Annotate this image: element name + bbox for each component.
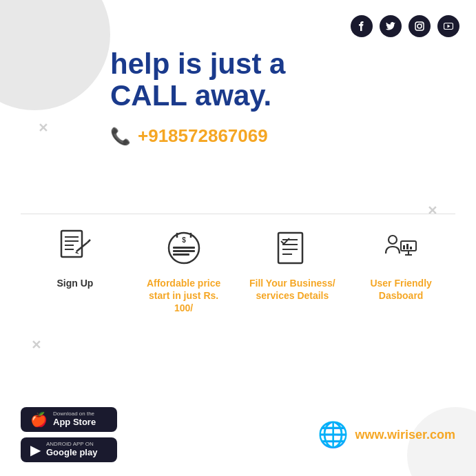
website-block: 🌐 www.wiriser.com: [318, 420, 455, 449]
app-store-small: Download on the: [53, 411, 96, 417]
play-icon: ▶: [30, 442, 41, 458]
app-store-badge[interactable]: 🍎 Download on the App Store: [21, 407, 117, 432]
google-play-text: ANDROID APP ON Google play: [46, 442, 97, 458]
instagram-icon[interactable]: [408, 15, 431, 37]
social-icons-bar: [351, 15, 459, 37]
sign-up-icon: [54, 227, 96, 269]
google-play-large: Google play: [46, 447, 97, 458]
steps-section: Sign Up $ Affordable price start in just…: [21, 227, 455, 315]
website-url: www.wiriser.com: [355, 428, 455, 442]
app-badges: 🍎 Download on the App Store ▶ ANDROID AP…: [21, 407, 117, 462]
google-play-small: ANDROID APP ON: [46, 442, 97, 447]
svg-text:$: $: [182, 236, 186, 244]
headline-line2: CALL away.: [110, 80, 455, 112]
bottom-section: 🍎 Download on the App Store ▶ ANDROID AP…: [21, 407, 455, 462]
app-store-text: Download on the App Store: [53, 411, 96, 428]
step-business-label: Fill Your Business/ services Details: [247, 277, 337, 302]
svg-point-22: [389, 236, 397, 244]
twitter-icon[interactable]: [380, 15, 402, 37]
step-sign-up: Sign Up: [30, 227, 120, 315]
svg-rect-14: [173, 253, 189, 256]
svg-rect-13: [173, 250, 195, 252]
step-dashboard: User Friendly Dasboard: [356, 227, 446, 315]
apple-icon: 🍎: [30, 411, 48, 428]
svg-rect-26: [403, 245, 405, 249]
step-price-label: Affordable price start in just Rs. 100/: [139, 277, 229, 315]
svg-rect-27: [406, 244, 408, 249]
svg-point-2: [422, 23, 423, 25]
step-business: Fill Your Business/ services Details: [247, 227, 337, 315]
youtube-icon[interactable]: [437, 15, 459, 37]
step-signup-label: Sign Up: [56, 277, 93, 289]
svg-marker-4: [448, 25, 451, 28]
app-store-large: App Store: [53, 417, 96, 428]
globe-icon: 🌐: [318, 420, 349, 449]
price-icon: $: [163, 227, 205, 269]
svg-point-1: [417, 24, 422, 28]
page: ✕ ✕ ✕ hel: [0, 0, 476, 476]
google-play-badge[interactable]: ▶ ANDROID APP ON Google play: [21, 437, 117, 462]
svg-rect-17: [278, 233, 302, 263]
x-mark-2: ✕: [427, 203, 437, 218]
step-price: $ Affordable price start in just Rs. 100…: [139, 227, 229, 315]
main-content: help is just a CALL away. 📞 +91857286706…: [110, 48, 455, 147]
facebook-icon[interactable]: [351, 15, 373, 37]
phone-number: +918572867069: [138, 125, 268, 147]
decorative-circle-top-left: [0, 0, 110, 110]
step-dashboard-label: User Friendly Dasboard: [356, 277, 446, 302]
svg-rect-12: [173, 247, 195, 249]
x-mark-1: ✕: [38, 121, 48, 136]
divider: [21, 214, 455, 214]
svg-rect-5: [61, 231, 82, 257]
dashboard-icon: [380, 227, 422, 269]
svg-rect-0: [415, 22, 424, 30]
business-icon: [271, 227, 313, 269]
headline: help is just a CALL away.: [110, 48, 455, 112]
phone-icon: 📞: [110, 127, 131, 146]
headline-line1: help is just a: [110, 48, 455, 80]
x-mark-3: ✕: [31, 338, 41, 353]
svg-rect-28: [410, 247, 412, 249]
phone-line: 📞 +918572867069: [110, 125, 455, 147]
